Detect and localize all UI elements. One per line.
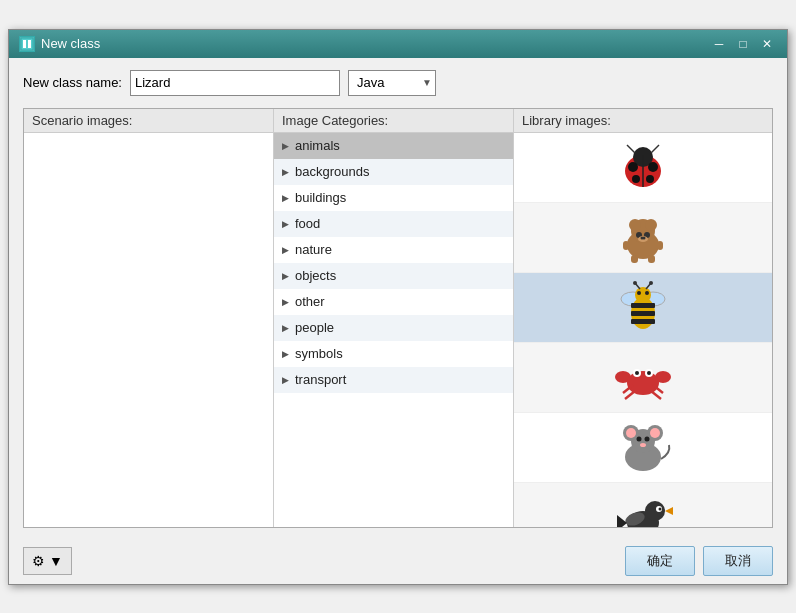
scenario-content[interactable] <box>24 133 273 527</box>
svg-rect-23 <box>623 241 629 250</box>
svg-point-6 <box>628 162 638 172</box>
lib-item-mouse[interactable] <box>514 413 772 483</box>
category-label: animals <box>295 138 340 153</box>
maximize-button[interactable]: □ <box>733 36 753 52</box>
svg-point-15 <box>645 219 657 231</box>
category-label: other <box>295 294 325 309</box>
svg-point-42 <box>627 371 659 395</box>
lang-select-wrapper: Java Python Greenfoot ▼ <box>348 70 436 96</box>
new-class-dialog: New class ─ □ ✕ New class name: Java Pyt… <box>8 29 788 585</box>
gear-button[interactable]: ⚙ ▼ <box>23 547 72 575</box>
svg-point-57 <box>637 437 642 442</box>
category-item-animals[interactable]: ▶ animals <box>274 133 513 159</box>
lib-item-bear[interactable] <box>514 203 772 273</box>
category-label: buildings <box>295 190 346 205</box>
ladybug-image <box>613 137 673 197</box>
lib-item-crab[interactable] <box>514 343 772 413</box>
title-bar-controls: ─ □ ✕ <box>709 36 777 52</box>
svg-point-37 <box>649 281 653 285</box>
dialog-body: New class name: Java Python Greenfoot ▼ … <box>9 58 787 538</box>
category-item-symbols[interactable]: ▶ symbols <box>274 341 513 367</box>
category-item-backgrounds[interactable]: ▶ backgrounds <box>274 159 513 185</box>
cat-arrow-icon: ▶ <box>282 271 289 281</box>
svg-point-9 <box>646 175 654 183</box>
cat-arrow-icon: ▶ <box>282 219 289 229</box>
cat-arrow-icon: ▶ <box>282 167 289 177</box>
gear-dropdown-icon: ▼ <box>49 553 63 569</box>
title-bar: New class ─ □ ✕ <box>9 30 787 58</box>
categories-panel: Image Categories: ▶ animals ▶ background… <box>274 109 514 527</box>
scenario-header: Scenario images: <box>24 109 273 133</box>
svg-rect-1 <box>23 40 26 48</box>
gear-icon: ⚙ <box>32 553 45 569</box>
cat-arrow-icon: ▶ <box>282 297 289 307</box>
class-name-input[interactable] <box>130 70 340 96</box>
svg-point-8 <box>632 175 640 183</box>
svg-line-48 <box>625 391 635 399</box>
category-label: people <box>295 320 334 335</box>
cat-arrow-icon: ▶ <box>282 193 289 203</box>
svg-point-58 <box>645 437 650 442</box>
svg-point-36 <box>633 281 637 285</box>
category-label: transport <box>295 372 346 387</box>
category-item-food[interactable]: ▶ food <box>274 211 513 237</box>
categories-list: ▶ animals ▶ backgrounds ▶ buildings ▶ fo… <box>274 133 513 527</box>
svg-rect-22 <box>648 255 655 263</box>
bee-image <box>613 277 673 337</box>
svg-point-7 <box>648 162 658 172</box>
cancel-button[interactable]: 取消 <box>703 546 773 576</box>
cat-arrow-icon: ▶ <box>282 323 289 333</box>
category-item-other[interactable]: ▶ other <box>274 289 513 315</box>
close-button[interactable]: ✕ <box>757 36 777 52</box>
lib-item-bee[interactable] <box>514 273 772 343</box>
bear-image <box>613 207 673 267</box>
category-label: nature <box>295 242 332 257</box>
category-label: backgrounds <box>295 164 369 179</box>
cat-arrow-icon: ▶ <box>282 141 289 151</box>
svg-rect-24 <box>657 241 663 250</box>
library-panel: Library images: <box>514 109 772 527</box>
scenario-panel: Scenario images: <box>24 109 274 527</box>
categories-header: Image Categories: <box>274 109 513 133</box>
title-bar-left: New class <box>19 36 100 52</box>
bird-image <box>613 487 673 527</box>
lib-item-bird[interactable] <box>514 483 772 527</box>
lib-item-ladybug[interactable] <box>514 133 772 203</box>
panels-row: Scenario images: Image Categories: ▶ ani… <box>23 108 773 528</box>
cat-arrow-icon: ▶ <box>282 375 289 385</box>
confirm-button[interactable]: 确定 <box>625 546 695 576</box>
minimize-button[interactable]: ─ <box>709 36 729 52</box>
cat-arrow-icon: ▶ <box>282 349 289 359</box>
crab-image <box>613 347 673 407</box>
category-item-nature[interactable]: ▶ nature <box>274 237 513 263</box>
svg-rect-21 <box>631 255 638 263</box>
svg-point-14 <box>629 219 641 231</box>
category-label: symbols <box>295 346 343 361</box>
svg-rect-28 <box>631 303 655 308</box>
dialog-title: New class <box>41 36 100 51</box>
category-item-objects[interactable]: ▶ objects <box>274 263 513 289</box>
library-header: Library images: <box>514 109 772 133</box>
lang-select[interactable]: Java Python Greenfoot <box>348 70 436 96</box>
svg-point-33 <box>645 291 649 295</box>
svg-line-50 <box>651 391 661 399</box>
svg-rect-2 <box>28 40 31 48</box>
svg-rect-0 <box>21 38 33 50</box>
category-item-people[interactable]: ▶ people <box>274 315 513 341</box>
svg-point-32 <box>637 291 641 295</box>
svg-point-46 <box>647 371 651 375</box>
dialog-footer: ⚙ ▼ 确定 取消 <box>9 538 787 584</box>
svg-point-45 <box>635 371 639 375</box>
mouse-image <box>613 417 673 477</box>
category-label: food <box>295 216 320 231</box>
svg-point-31 <box>635 287 651 303</box>
svg-point-20 <box>643 237 646 240</box>
cat-arrow-icon: ▶ <box>282 245 289 255</box>
svg-point-55 <box>626 428 636 438</box>
svg-marker-63 <box>665 507 673 515</box>
footer-left: ⚙ ▼ <box>23 547 72 575</box>
category-item-transport[interactable]: ▶ transport <box>274 367 513 393</box>
category-item-buildings[interactable]: ▶ buildings <box>274 185 513 211</box>
footer-right: 确定 取消 <box>625 546 773 576</box>
name-label: New class name: <box>23 75 122 90</box>
